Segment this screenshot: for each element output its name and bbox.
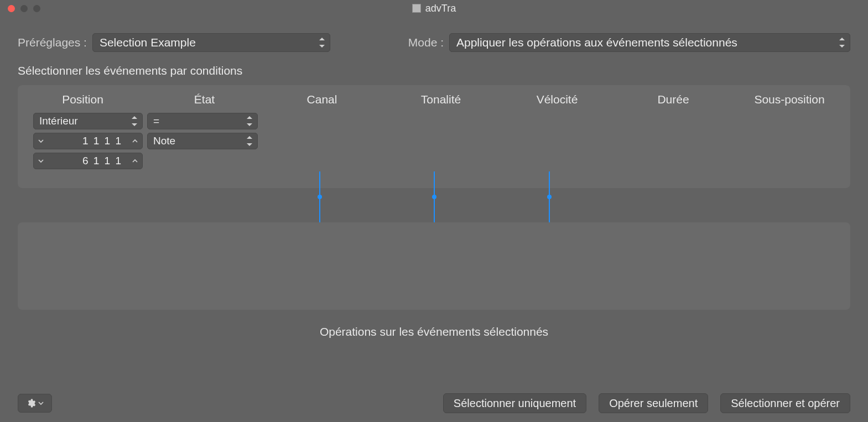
header-duree: Durée: [615, 93, 731, 106]
position-mode-dropdown[interactable]: Intérieur: [33, 113, 143, 129]
window-title: advTra: [425, 3, 456, 14]
conditions-section-title: Sélectionner les événements par conditio…: [0, 52, 868, 82]
select-and-operate-label: Sélectionner et opérer: [731, 397, 840, 410]
updown-icon: [245, 136, 254, 147]
minimize-window-button[interactable]: [20, 5, 28, 12]
footer: Sélectionner uniquement Opérer seulement…: [0, 393, 868, 413]
etat-operator-dropdown[interactable]: =: [147, 113, 258, 129]
gear-icon: [26, 398, 36, 408]
presets-dropdown[interactable]: Selection Example: [92, 33, 330, 52]
document-icon: [412, 4, 421, 13]
close-window-button[interactable]: [8, 5, 15, 12]
operations-section-title: Opérations sur les événements sélectionn…: [0, 325, 868, 338]
select-and-operate-button[interactable]: Sélectionner et opérer: [720, 393, 850, 413]
decrement-button[interactable]: [34, 138, 48, 144]
updown-icon: [318, 37, 326, 48]
header-etat: État: [148, 93, 261, 106]
mode-label: Mode :: [408, 36, 444, 49]
titlebar: advTra: [0, 0, 868, 17]
position-mode-value: Intérieur: [39, 115, 78, 127]
position-to-value: 6 1 1 1: [48, 155, 128, 167]
position-from-value: 1 1 1 1: [48, 135, 128, 147]
operations-panel: [18, 222, 850, 310]
operate-only-button[interactable]: Opérer seulement: [599, 393, 708, 413]
position-from-field[interactable]: 1 1 1 1: [33, 133, 143, 149]
decrement-button[interactable]: [34, 158, 48, 164]
zoom-window-button[interactable]: [33, 5, 40, 12]
header-velocite: Vélocité: [499, 93, 615, 106]
header-tonalite: Tonalité: [383, 93, 499, 106]
updown-icon: [245, 116, 254, 127]
window-controls: [8, 5, 40, 12]
mode-value: Appliquer les opérations aux événements …: [456, 36, 737, 49]
increment-button[interactable]: [128, 138, 142, 144]
header-canal: Canal: [261, 93, 383, 106]
settings-menu-button[interactable]: [18, 394, 52, 413]
etat-type-dropdown[interactable]: Note: [147, 133, 258, 149]
column-headers: Position État Canal Tonalité Vélocité Du…: [18, 85, 850, 106]
etat-type-value: Note: [153, 135, 175, 147]
etat-operator-value: =: [153, 115, 159, 127]
updown-icon: [130, 116, 139, 127]
select-only-label: Sélectionner uniquement: [454, 397, 576, 410]
top-controls: Préréglages : Selection Example Mode : A…: [0, 17, 868, 52]
presets-value: Selection Example: [100, 36, 196, 49]
presets-label: Préréglages :: [18, 36, 87, 49]
conditions-panel: Position État Canal Tonalité Vélocité Du…: [18, 85, 850, 188]
select-only-button[interactable]: Sélectionner uniquement: [443, 393, 586, 413]
position-to-field[interactable]: 6 1 1 1: [33, 153, 143, 169]
header-sous-position: Sous-position: [731, 93, 848, 106]
header-position: Position: [18, 93, 148, 106]
updown-icon: [838, 37, 846, 48]
operate-only-label: Opérer seulement: [609, 397, 698, 410]
chevron-down-icon: [38, 400, 44, 406]
mode-dropdown[interactable]: Appliquer les opérations aux événements …: [449, 33, 850, 52]
increment-button[interactable]: [128, 158, 142, 164]
